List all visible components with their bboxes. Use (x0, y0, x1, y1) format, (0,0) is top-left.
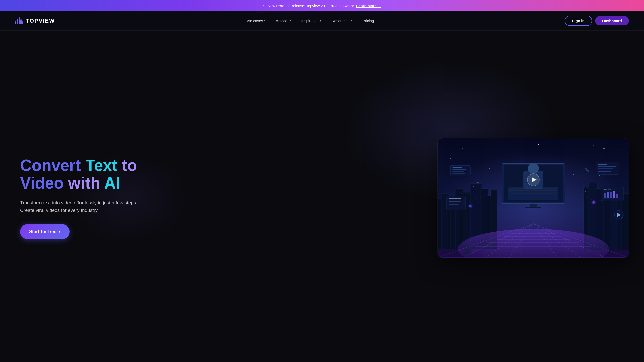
svg-text:+: + (603, 146, 605, 150)
svg-rect-33 (472, 189, 472, 189)
nav-links: Use cases ▾ AI tools ▾ Inspiration ▾ Res… (241, 17, 378, 25)
svg-point-4 (593, 145, 594, 146)
hero-word-to: to (122, 156, 137, 174)
svg-rect-65 (530, 204, 537, 207)
svg-point-104 (573, 174, 574, 175)
svg-rect-71 (452, 173, 465, 174)
svg-rect-67 (450, 165, 470, 176)
chevron-down-icon: ▾ (351, 19, 352, 22)
nav-item-ai-tools[interactable]: AI tools ▾ (272, 17, 295, 25)
logo-icon (15, 17, 23, 24)
hero-word-ai: AI (104, 174, 120, 192)
svg-rect-36 (590, 185, 591, 185)
hero-scene-svg: + + + (438, 138, 629, 258)
svg-rect-89 (613, 191, 615, 198)
hero-content: Convert Text to Video with AI Transform … (20, 157, 166, 239)
navbar: TOPVIEW Use cases ▾ AI tools ▾ Inspirati… (0, 11, 644, 31)
svg-text:Analytics: Analytics (603, 188, 611, 190)
hero-word-with: with (68, 174, 100, 192)
arrow-right-icon: › (59, 229, 61, 235)
svg-rect-87 (607, 192, 609, 198)
svg-rect-34 (585, 191, 586, 192)
svg-point-95 (468, 204, 473, 208)
svg-text:+: + (486, 149, 488, 153)
svg-point-8 (538, 144, 539, 145)
svg-point-3 (483, 156, 483, 156)
svg-rect-73 (598, 164, 607, 165)
hero-subtitle: Transform text into video effortlessly i… (20, 199, 141, 214)
chevron-down-icon: ▾ (264, 19, 266, 22)
logo-text: TOPVIEW (26, 18, 55, 24)
svg-point-102 (586, 170, 587, 171)
svg-rect-80 (449, 200, 462, 200)
svg-point-99 (599, 175, 600, 176)
svg-rect-69 (452, 169, 466, 170)
hero-visual: + + + (438, 138, 629, 258)
svg-rect-68 (452, 167, 462, 168)
svg-rect-77 (598, 171, 611, 172)
svg-rect-35 (587, 191, 587, 192)
diamond-icon: ◇ (263, 3, 266, 8)
learn-more-link[interactable]: Learn More → (356, 4, 381, 8)
svg-rect-31 (472, 186, 472, 187)
svg-rect-66 (525, 207, 541, 208)
svg-point-2 (463, 148, 463, 149)
svg-rect-74 (598, 166, 616, 167)
dashboard-button[interactable]: Dashboard (595, 16, 629, 25)
svg-rect-70 (452, 171, 464, 172)
announcement-text: New Product Release: Topview 2.0 - Produ… (268, 4, 354, 8)
hero-word-text: Text (86, 156, 117, 174)
svg-rect-30 (621, 194, 629, 250)
svg-rect-82 (449, 203, 462, 203)
svg-point-105 (477, 182, 479, 183)
nav-item-inspiration[interactable]: Inspiration ▾ (297, 17, 325, 25)
svg-rect-83 (449, 204, 459, 205)
svg-point-60 (528, 163, 539, 174)
svg-rect-32 (473, 186, 474, 187)
svg-rect-81 (449, 201, 461, 202)
chevron-down-icon: ▾ (320, 19, 321, 22)
svg-rect-61 (509, 189, 557, 191)
svg-rect-62 (511, 192, 556, 193)
nav-item-resources[interactable]: Resources ▾ (328, 17, 356, 25)
svg-point-7 (450, 158, 451, 159)
svg-rect-75 (598, 168, 613, 169)
hero-heading: Convert Text to Video with AI (20, 157, 166, 192)
svg-rect-76 (598, 170, 615, 170)
logo[interactable]: TOPVIEW (15, 17, 55, 24)
svg-point-9 (576, 152, 576, 152)
svg-rect-86 (604, 193, 606, 198)
nav-item-pricing[interactable]: Pricing (358, 17, 378, 25)
hero-word-video: Video (20, 174, 64, 192)
hero-section: Convert Text to Video with AI Transform … (0, 31, 644, 362)
nav-actions: Sign in Dashboard (565, 16, 629, 26)
nav-item-use-cases[interactable]: Use cases ▾ (241, 17, 270, 25)
announcement-bar: ◇ New Product Release: Topview 2.0 - Pro… (0, 0, 644, 11)
signin-button[interactable]: Sign in (565, 16, 592, 26)
hero-image-box: + + + (438, 138, 629, 258)
hero-word-convert: Convert (20, 156, 81, 174)
start-for-free-button[interactable]: Start for free › (20, 224, 70, 239)
svg-point-6 (619, 149, 619, 150)
chevron-down-icon: ▾ (290, 19, 291, 22)
svg-point-97 (591, 200, 596, 205)
svg-rect-79 (449, 198, 461, 199)
svg-rect-88 (610, 192, 612, 198)
svg-point-103 (489, 168, 490, 169)
svg-rect-90 (616, 194, 618, 198)
svg-point-5 (609, 153, 609, 154)
